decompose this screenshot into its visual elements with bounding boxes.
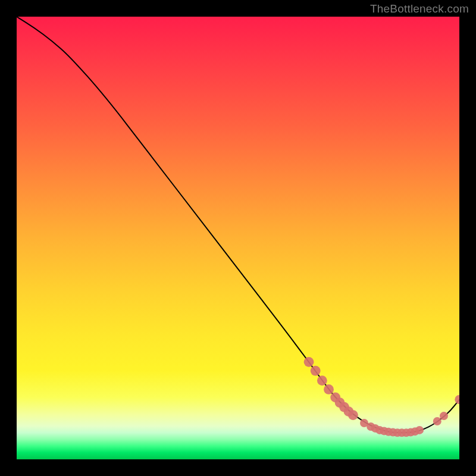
chart-svg — [17, 17, 459, 459]
data-point — [433, 417, 441, 425]
bottleneck-curve — [17, 17, 459, 433]
data-point — [415, 426, 424, 434]
curve-layer — [17, 17, 459, 433]
data-point — [348, 410, 358, 420]
data-point — [311, 366, 321, 376]
marker-layer — [304, 357, 459, 437]
data-point — [455, 395, 459, 404]
data-point — [440, 412, 448, 420]
chart-stage: TheBottleneck.com — [0, 0, 476, 476]
data-point — [317, 375, 327, 386]
attribution-text: TheBottleneck.com — [370, 2, 469, 15]
data-point — [304, 357, 314, 367]
data-point — [324, 384, 334, 394]
plot-area — [17, 17, 459, 459]
